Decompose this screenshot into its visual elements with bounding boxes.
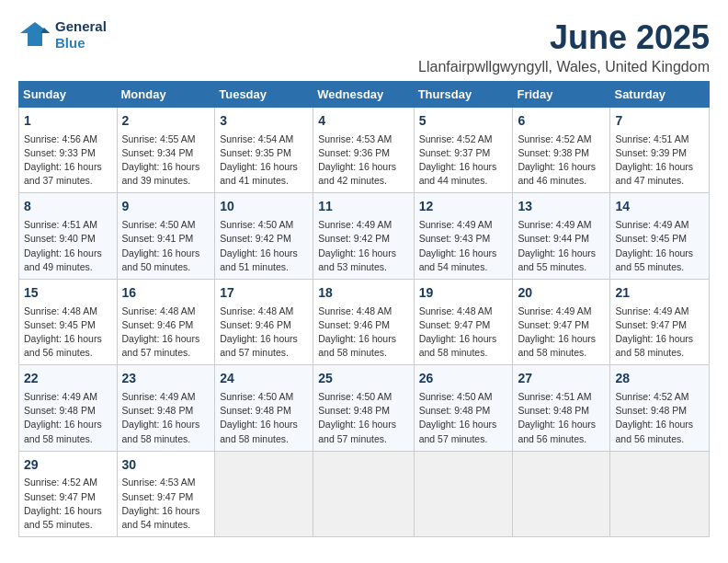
day-detail: Sunrise: 4:50 AMSunset: 9:48 PMDaylight:… (318, 390, 408, 446)
day-number: 23 (122, 370, 210, 388)
table-row: 16Sunrise: 4:48 AMSunset: 9:46 PMDayligh… (117, 279, 215, 364)
day-detail: Sunrise: 4:50 AMSunset: 9:48 PMDaylight:… (419, 390, 508, 446)
day-number: 6 (518, 112, 605, 131)
day-detail: Sunrise: 4:52 AMSunset: 9:47 PMDaylight:… (24, 476, 112, 532)
day-detail: Sunrise: 4:49 AMSunset: 9:48 PMDaylight:… (24, 390, 112, 446)
calendar-week-3: 15Sunrise: 4:48 AMSunset: 9:45 PMDayligh… (19, 279, 710, 364)
location-title: Llanfairpwllgwyngyll, Wales, United King… (418, 59, 710, 75)
day-number: 26 (419, 370, 508, 388)
day-detail: Sunrise: 4:49 AMSunset: 9:43 PMDaylight:… (419, 218, 508, 274)
table-row: 6Sunrise: 4:52 AMSunset: 9:38 PMDaylight… (513, 108, 610, 193)
day-detail: Sunrise: 4:49 AMSunset: 9:42 PMDaylight:… (318, 218, 408, 274)
day-detail: Sunrise: 4:51 AMSunset: 9:40 PMDaylight:… (24, 218, 112, 274)
day-detail: Sunrise: 4:49 AMSunset: 9:47 PMDaylight:… (518, 304, 605, 361)
day-number: 10 (220, 198, 308, 216)
logo-bird-icon (18, 18, 51, 52)
day-number: 24 (220, 370, 308, 388)
day-number: 25 (318, 370, 408, 388)
table-row: 14Sunrise: 4:49 AMSunset: 9:45 PMDayligh… (610, 193, 710, 279)
day-detail: Sunrise: 4:54 AMSunset: 9:35 PMDaylight:… (220, 132, 308, 189)
day-number: 11 (318, 198, 408, 216)
table-row: 18Sunrise: 4:48 AMSunset: 9:46 PMDayligh… (313, 279, 414, 364)
day-detail: Sunrise: 4:56 AMSunset: 9:33 PMDaylight:… (24, 132, 112, 189)
day-detail: Sunrise: 4:53 AMSunset: 9:47 PMDaylight:… (122, 476, 210, 532)
table-row: 27Sunrise: 4:51 AMSunset: 9:48 PMDayligh… (513, 365, 610, 451)
day-number: 3 (220, 112, 308, 131)
day-number: 18 (318, 284, 408, 303)
table-row: 28Sunrise: 4:52 AMSunset: 9:48 PMDayligh… (610, 365, 710, 451)
day-number: 21 (615, 284, 704, 303)
day-number: 15 (24, 284, 112, 303)
month-title: June 2025 (418, 18, 710, 57)
table-row (215, 451, 313, 536)
day-number: 19 (419, 284, 508, 303)
table-row: 7Sunrise: 4:51 AMSunset: 9:39 PMDaylight… (610, 108, 710, 193)
table-row: 25Sunrise: 4:50 AMSunset: 9:48 PMDayligh… (313, 365, 414, 451)
day-detail: Sunrise: 4:50 AMSunset: 9:42 PMDaylight:… (220, 218, 308, 274)
day-number: 22 (24, 370, 112, 388)
day-detail: Sunrise: 4:48 AMSunset: 9:46 PMDaylight:… (220, 304, 308, 361)
table-row: 13Sunrise: 4:49 AMSunset: 9:44 PMDayligh… (513, 193, 610, 279)
table-row: 5Sunrise: 4:52 AMSunset: 9:37 PMDaylight… (414, 108, 513, 193)
calendar-week-2: 8Sunrise: 4:51 AMSunset: 9:40 PMDaylight… (19, 193, 710, 279)
day-number: 20 (518, 284, 605, 303)
logo: General Blue (18, 18, 107, 52)
table-row: 4Sunrise: 4:53 AMSunset: 9:36 PMDaylight… (313, 108, 414, 193)
day-number: 16 (122, 284, 210, 303)
day-number: 28 (615, 370, 704, 388)
day-detail: Sunrise: 4:49 AMSunset: 9:47 PMDaylight:… (615, 304, 704, 361)
day-number: 8 (24, 198, 112, 216)
table-row: 12Sunrise: 4:49 AMSunset: 9:43 PMDayligh… (414, 193, 513, 279)
day-number: 1 (24, 112, 112, 131)
day-detail: Sunrise: 4:49 AMSunset: 9:45 PMDaylight:… (615, 218, 704, 274)
day-number: 17 (220, 284, 308, 303)
day-detail: Sunrise: 4:55 AMSunset: 9:34 PMDaylight:… (122, 132, 210, 189)
col-thursday: Thursday (414, 82, 513, 108)
day-detail: Sunrise: 4:48 AMSunset: 9:47 PMDaylight:… (419, 304, 508, 361)
table-row: 3Sunrise: 4:54 AMSunset: 9:35 PMDaylight… (215, 108, 313, 193)
table-row: 24Sunrise: 4:50 AMSunset: 9:48 PMDayligh… (215, 365, 313, 451)
table-row (513, 451, 610, 536)
table-row: 26Sunrise: 4:50 AMSunset: 9:48 PMDayligh… (414, 365, 513, 451)
day-detail: Sunrise: 4:51 AMSunset: 9:48 PMDaylight:… (518, 390, 605, 446)
day-number: 30 (122, 456, 210, 475)
day-detail: Sunrise: 4:48 AMSunset: 9:46 PMDaylight:… (318, 304, 408, 361)
day-number: 29 (24, 456, 112, 475)
day-number: 9 (122, 198, 210, 216)
day-detail: Sunrise: 4:50 AMSunset: 9:41 PMDaylight:… (122, 218, 210, 274)
calendar-week-4: 22Sunrise: 4:49 AMSunset: 9:48 PMDayligh… (19, 365, 710, 451)
day-number: 5 (419, 112, 508, 131)
table-row: 10Sunrise: 4:50 AMSunset: 9:42 PMDayligh… (215, 193, 313, 279)
day-detail: Sunrise: 4:49 AMSunset: 9:48 PMDaylight:… (122, 390, 210, 446)
day-detail: Sunrise: 4:48 AMSunset: 9:45 PMDaylight:… (24, 304, 112, 361)
calendar-table: Sunday Monday Tuesday Wednesday Thursday… (18, 81, 710, 537)
calendar-week-5: 29Sunrise: 4:52 AMSunset: 9:47 PMDayligh… (19, 451, 710, 536)
header-row: Sunday Monday Tuesday Wednesday Thursday… (19, 82, 710, 108)
table-row: 1Sunrise: 4:56 AMSunset: 9:33 PMDaylight… (19, 108, 118, 193)
table-row: 22Sunrise: 4:49 AMSunset: 9:48 PMDayligh… (19, 365, 118, 451)
day-number: 2 (122, 112, 210, 131)
table-row: 19Sunrise: 4:48 AMSunset: 9:47 PMDayligh… (414, 279, 513, 364)
day-detail: Sunrise: 4:52 AMSunset: 9:38 PMDaylight:… (518, 132, 605, 189)
title-area: June 2025 Llanfairpwllgwyngyll, Wales, U… (418, 18, 710, 75)
table-row (313, 451, 414, 536)
table-row: 11Sunrise: 4:49 AMSunset: 9:42 PMDayligh… (313, 193, 414, 279)
day-number: 4 (318, 112, 408, 131)
table-row: 8Sunrise: 4:51 AMSunset: 9:40 PMDaylight… (19, 193, 118, 279)
table-row: 9Sunrise: 4:50 AMSunset: 9:41 PMDaylight… (117, 193, 215, 279)
table-row (414, 451, 513, 536)
table-row: 29Sunrise: 4:52 AMSunset: 9:47 PMDayligh… (19, 451, 118, 536)
col-sunday: Sunday (19, 82, 118, 108)
day-detail: Sunrise: 4:48 AMSunset: 9:46 PMDaylight:… (122, 304, 210, 361)
day-number: 13 (518, 198, 605, 216)
day-number: 7 (615, 112, 704, 131)
day-detail: Sunrise: 4:50 AMSunset: 9:48 PMDaylight:… (220, 390, 308, 446)
table-row: 21Sunrise: 4:49 AMSunset: 9:47 PMDayligh… (610, 279, 710, 364)
table-row: 23Sunrise: 4:49 AMSunset: 9:48 PMDayligh… (117, 365, 215, 451)
calendar-week-1: 1Sunrise: 4:56 AMSunset: 9:33 PMDaylight… (19, 108, 710, 193)
day-detail: Sunrise: 4:51 AMSunset: 9:39 PMDaylight:… (615, 132, 704, 189)
day-number: 12 (419, 198, 508, 216)
day-number: 27 (518, 370, 605, 388)
col-monday: Monday (117, 82, 215, 108)
col-friday: Friday (513, 82, 610, 108)
